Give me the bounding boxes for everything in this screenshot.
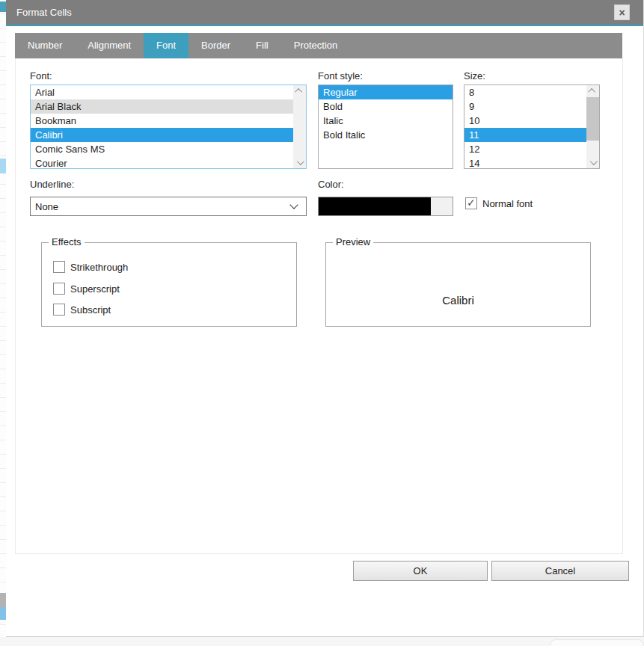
- list-item[interactable]: 12: [464, 142, 586, 156]
- subscript-label: Subscript: [70, 304, 111, 316]
- list-item[interactable]: Bookman: [31, 114, 293, 128]
- font-style-list-items: RegularBoldItalicBold Italic: [319, 85, 453, 168]
- tab-font[interactable]: Font: [144, 33, 188, 58]
- superscript-checkbox-row[interactable]: Superscript: [53, 283, 120, 295]
- preview-legend: Preview: [333, 236, 373, 247]
- underline-dropdown[interactable]: None: [30, 197, 307, 216]
- normal-font-checkbox-row[interactable]: Normal font: [465, 197, 533, 209]
- list-item[interactable]: Italic: [319, 114, 453, 128]
- strikethrough-checkbox-row[interactable]: Strikethrough: [53, 261, 128, 273]
- list-item[interactable]: 9: [464, 99, 586, 114]
- size-label: Size:: [464, 70, 485, 81]
- background-app-strip: [0, 0, 6, 646]
- format-cells-dialog: Format Cells × Number Alignment Font Bor…: [6, 0, 644, 637]
- size-list: 8910111214: [464, 84, 600, 169]
- background-bottom-strip: [0, 637, 644, 646]
- list-item[interactable]: Calibri: [31, 128, 293, 142]
- list-item[interactable]: Bold: [319, 99, 453, 114]
- tab-number[interactable]: Number: [15, 33, 75, 58]
- scroll-up-icon[interactable]: [293, 85, 306, 96]
- list-item[interactable]: 11: [464, 128, 586, 142]
- font-list-items: ArialArial BlackBookmanCalibriComic Sans…: [31, 85, 293, 168]
- dialog-title: Format Cells: [16, 0, 72, 25]
- tab-bar: Number Alignment Font Border Fill Protec…: [15, 33, 622, 58]
- font-list: ArialArial BlackBookmanCalibriComic Sans…: [30, 84, 307, 169]
- scroll-up-icon[interactable]: [586, 85, 599, 96]
- tab-protection[interactable]: Protection: [281, 33, 351, 58]
- scroll-down-icon[interactable]: [293, 157, 306, 168]
- effects-legend: Effects: [49, 236, 85, 247]
- preview-groupbox: Preview Calibri: [325, 242, 591, 327]
- tab-alignment[interactable]: Alignment: [75, 33, 144, 58]
- normal-font-label: Normal font: [482, 198, 533, 209]
- font-style-list: RegularBoldItalicBold Italic: [318, 84, 453, 169]
- font-list-scrollbar[interactable]: [293, 85, 306, 168]
- list-item[interactable]: 14: [464, 156, 586, 169]
- color-label: Color:: [318, 179, 344, 190]
- underline-value: None: [31, 201, 291, 212]
- background-fragment: [0, 593, 6, 607]
- close-icon[interactable]: ×: [614, 4, 630, 20]
- effects-groupbox: Effects Strikethrough Superscript Subscr…: [41, 242, 297, 327]
- color-swatch: [319, 197, 431, 215]
- list-item[interactable]: Courier: [31, 156, 293, 169]
- preview-sample-text: Calibri: [326, 294, 590, 307]
- subscript-checkbox-row[interactable]: Subscript: [53, 304, 111, 316]
- background-fragment: [0, 159, 6, 173]
- color-picker[interactable]: [318, 197, 453, 216]
- size-list-scrollbar[interactable]: [586, 85, 599, 168]
- chevron-down-icon: [289, 200, 298, 209]
- strikethrough-label: Strikethrough: [70, 262, 128, 273]
- titlebar-accent-line: [6, 25, 643, 26]
- normal-font-checkbox[interactable]: [465, 197, 477, 209]
- font-style-label: Font style:: [318, 70, 363, 81]
- background-popup-corner: [550, 639, 644, 646]
- list-item[interactable]: 8: [464, 85, 586, 99]
- background-fragment: [0, 607, 6, 620]
- list-item[interactable]: Arial: [31, 85, 293, 99]
- size-list-items: 8910111214: [464, 85, 586, 168]
- scroll-down-icon[interactable]: [586, 157, 599, 168]
- subscript-checkbox[interactable]: [53, 304, 65, 316]
- list-item[interactable]: Arial Black: [31, 99, 293, 114]
- tab-border[interactable]: Border: [188, 33, 243, 58]
- list-item[interactable]: 10: [464, 114, 586, 128]
- scrollbar-thumb[interactable]: [586, 97, 599, 141]
- list-item[interactable]: Bold Italic: [319, 128, 453, 142]
- font-label: Font:: [30, 70, 52, 81]
- dialog-titlebar[interactable]: Format Cells ×: [6, 0, 643, 25]
- background-fragment: [0, 1, 6, 12]
- list-item[interactable]: Comic Sans MS: [31, 142, 293, 156]
- cancel-button[interactable]: Cancel: [491, 561, 629, 581]
- strikethrough-checkbox[interactable]: [53, 261, 65, 273]
- superscript-label: Superscript: [70, 283, 120, 295]
- tab-fill[interactable]: Fill: [243, 33, 281, 58]
- ok-button[interactable]: OK: [353, 561, 488, 581]
- list-item[interactable]: Regular: [319, 85, 453, 99]
- superscript-checkbox[interactable]: [53, 283, 65, 295]
- underline-label: Underline:: [30, 179, 74, 190]
